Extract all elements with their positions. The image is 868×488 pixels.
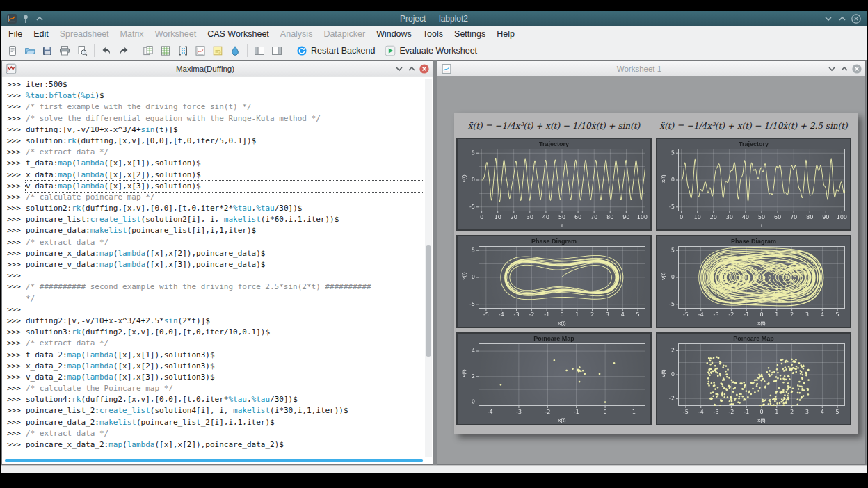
- cas-window-title: Maxima(Duffing): [17, 65, 393, 73]
- menu-tools[interactable]: Tools: [417, 26, 449, 42]
- console-lines: >>>iter:500$>>>%tau:bfloat(%pi)$>>>/* fi…: [7, 79, 424, 450]
- plot-canvas: [458, 334, 650, 424]
- new-note-button[interactable]: [209, 42, 226, 59]
- console-prompt: >>>: [7, 394, 26, 405]
- menu-help[interactable]: Help: [491, 26, 520, 42]
- plot-panel-phase-2[interactable]: Phase Diagramv(t)x(t): [656, 235, 851, 328]
- console-line: >>>v_data:map(lambda([x],x[3]),solution)…: [7, 181, 424, 192]
- cas-window-titlebar[interactable]: Maxima(Duffing): [2, 61, 433, 76]
- plot-panel-poincare-2[interactable]: Poincare Mapv(t)x(t): [656, 332, 851, 425]
- maxima-console[interactable]: >>>iter:500$>>>%tau:bfloat(%pi)$>>>/* fi…: [2, 76, 433, 464]
- new-datapicker-button[interactable]: [227, 42, 243, 59]
- print-preview-button[interactable]: [74, 42, 90, 59]
- statusbar: [1, 465, 867, 473]
- console-prompt: >>>: [7, 147, 26, 158]
- console-prompt: >>>: [7, 181, 26, 192]
- undo-button[interactable]: [98, 42, 115, 59]
- console-line: >>>poincare_x_data:map(lambda([x],x[2]),…: [7, 248, 424, 259]
- cas-worksheet-window: Maxima(Duffing) >>>iter:500$>>>%tau:bflo…: [1, 60, 433, 465]
- console-prompt: >>>: [7, 383, 26, 394]
- document-print-icon: [59, 45, 70, 56]
- menu-settings[interactable]: Settings: [449, 26, 491, 42]
- document-new-icon: [7, 45, 18, 56]
- console-code: poincare_data:makelist(poincare_list[i],…: [26, 225, 424, 236]
- redo-button[interactable]: [115, 42, 132, 59]
- console-line: >>>/* solve the differential equation wi…: [7, 113, 424, 124]
- worksheet-window: Worksheet 1 ẍ(t) = −1/4x³(t) + x(t) − 1/…: [437, 60, 866, 465]
- console-prompt: >>>: [7, 101, 26, 113]
- menu-edit[interactable]: Edit: [28, 26, 54, 42]
- console-code: solution3:rk(duffing2,[x,v],[0,0],[t,0,i…: [26, 327, 424, 338]
- window-shade-button[interactable]: [826, 63, 837, 74]
- console-prompt: >>>: [7, 270, 26, 282]
- plot-title: Poincare Map: [657, 335, 850, 342]
- restart-icon: [296, 45, 307, 56]
- console-prompt: >>>: [7, 79, 26, 90]
- plot-canvas: [657, 139, 850, 229]
- menu-windows[interactable]: Windows: [371, 26, 417, 42]
- toggle-project-explorer-button[interactable]: [251, 42, 268, 59]
- menu-cas-worksheet[interactable]: CAS Worksheet: [202, 26, 275, 42]
- dock-left-icon: [254, 45, 265, 56]
- window-close-button[interactable]: [851, 63, 862, 74]
- window-close-button[interactable]: [418, 63, 430, 74]
- evaluate-worksheet-button-label: Evaluate Worksheet: [399, 46, 477, 56]
- console-line: >>>%tau:bfloat(%pi)$: [7, 90, 424, 101]
- pin-icon[interactable]: [19, 13, 32, 24]
- window-shade-button[interactable]: [393, 63, 405, 74]
- shade-icon[interactable]: [33, 13, 46, 24]
- maximize-icon[interactable]: [836, 13, 849, 24]
- close-icon[interactable]: [850, 13, 862, 24]
- console-line: >>>poincare_data:makelist(poincare_list[…: [7, 225, 424, 236]
- console-prompt: [7, 293, 26, 304]
- restart-backend-button-label: Restart Backend: [311, 46, 375, 56]
- console-prompt: >>>: [7, 405, 26, 416]
- scrollbar-thumb[interactable]: [426, 245, 431, 357]
- new-workbook-icon: [143, 45, 154, 56]
- plot-panel-trajectory-1[interactable]: Trajectoryx(t)t: [456, 138, 652, 231]
- folder-open-icon: [24, 45, 35, 56]
- new-matrix-button[interactable]: [175, 42, 191, 59]
- console-code: x_data_2:map(lambda([x],x[2]),solution3)…: [26, 361, 424, 372]
- console-code: duffing:[v,-v/10+x-x^3/4+sin(t)]$: [26, 124, 424, 136]
- evaluate-icon: [385, 45, 396, 56]
- console-prompt: >>>: [7, 214, 26, 225]
- window-restore-button[interactable]: [405, 63, 417, 74]
- console-code: /* extract data */: [26, 147, 424, 158]
- new-workbook-button[interactable]: [140, 42, 156, 59]
- worksheet-window-titlebar[interactable]: Worksheet 1: [437, 61, 865, 76]
- evaluate-worksheet-button[interactable]: Evaluate Worksheet: [381, 42, 483, 59]
- restart-backend-button[interactable]: Restart Backend: [293, 42, 380, 59]
- console-line: >>>solution2:rk(duffing,[x,v],[0,0],[t,0…: [7, 203, 424, 214]
- new-spreadsheet-button[interactable]: [157, 42, 174, 59]
- window-restore-button[interactable]: [838, 63, 850, 74]
- console-prompt: >>>: [7, 203, 26, 214]
- horizontal-scrollbar[interactable]: [5, 459, 423, 462]
- print-button[interactable]: [56, 42, 73, 59]
- worksheet-window-title: Worksheet 1: [453, 65, 826, 73]
- console-prompt: >>>: [7, 170, 26, 181]
- plot-panel-poincare-1[interactable]: Poincare Mapv(t)x(t): [456, 332, 652, 425]
- titlebar[interactable]: Project — labplot2: [1, 11, 867, 26]
- y-axis-label: v(t): [460, 272, 467, 280]
- console-prompt: >>>: [7, 361, 26, 372]
- dock-right-icon: [271, 45, 282, 56]
- plot-panel-phase-1[interactable]: Phase Diagramv(t)x(t): [456, 235, 652, 328]
- console-code: poincare_data_2:makelist(poincare_list_2…: [26, 417, 424, 428]
- minimize-icon[interactable]: [822, 13, 835, 24]
- toolbar-separator: [289, 44, 289, 57]
- y-axis-label: v(t): [660, 369, 666, 377]
- new-file-button[interactable]: [4, 42, 21, 59]
- console-line: >>>poincare_v_data:map(lambda([x],x[3]),…: [7, 259, 424, 270]
- menu-file[interactable]: File: [3, 26, 28, 42]
- open-button[interactable]: [22, 42, 38, 59]
- save-button[interactable]: [39, 42, 56, 59]
- x-axis-label: x(t): [479, 320, 645, 326]
- console-code: x_data:map(lambda([x],x[2]),solution)$: [26, 170, 424, 181]
- worksheet-icon: [440, 63, 453, 74]
- vertical-scrollbar[interactable]: [425, 79, 432, 457]
- console-line: >>>/* calculate the Poincare map */: [7, 383, 424, 394]
- plot-panel-trajectory-2[interactable]: Trajectoryx(t)t: [656, 138, 851, 231]
- new-worksheet-button[interactable]: [192, 42, 209, 59]
- toggle-properties-dock-button[interactable]: [268, 42, 285, 59]
